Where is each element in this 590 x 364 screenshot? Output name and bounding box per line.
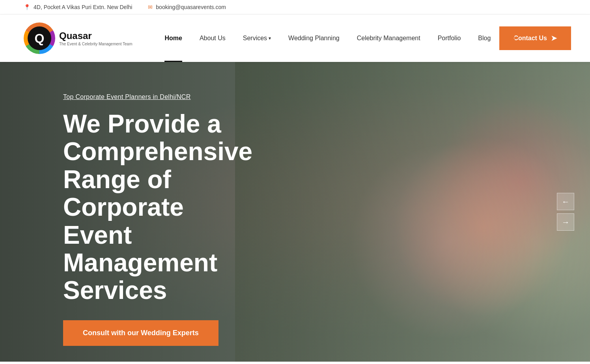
- tagline: The Event & Celebrity Management Team: [59, 41, 132, 47]
- nav-portfolio[interactable]: Portfolio: [429, 15, 470, 62]
- logo-circle: Q: [24, 22, 55, 54]
- main-nav: Home About Us Services ▾ Wedding Plannin…: [156, 15, 499, 62]
- hero-subtitle: Top Corporate Event Planners in Delhi/NC…: [63, 93, 252, 101]
- slider-next-button[interactable]: →: [557, 213, 574, 231]
- logo-letter: Q: [28, 26, 51, 50]
- location-icon: 📍: [24, 4, 30, 10]
- email-icon: ✉: [148, 4, 153, 10]
- arrow-right-icon: →: [562, 218, 569, 227]
- address-text: 4D, Pocket A Vikas Puri Extn. New Delhi: [34, 4, 132, 10]
- nav-home[interactable]: Home: [156, 15, 190, 62]
- nav-celebrity[interactable]: Celebrity Management: [348, 15, 429, 62]
- nav-about[interactable]: About Us: [191, 15, 234, 62]
- contact-arrow-icon: ➤: [551, 34, 557, 43]
- logo[interactable]: Q Quasar The Event & Celebrity Managemen…: [24, 22, 132, 54]
- topbar: 📍 4D, Pocket A Vikas Puri Extn. New Delh…: [0, 0, 590, 15]
- nav-blog[interactable]: Blog: [469, 15, 499, 62]
- hero-content: Top Corporate Event Planners in Delhi/NC…: [0, 62, 316, 362]
- nav-wedding[interactable]: Wedding Planning: [280, 15, 348, 62]
- logo-text: Quasar The Event & Celebrity Management …: [59, 30, 132, 47]
- services-chevron: ▾: [269, 35, 271, 41]
- email-text: booking@quasarevents.com: [156, 4, 226, 10]
- slider-controls: ← →: [557, 193, 574, 231]
- nav-services[interactable]: Services ▾: [234, 15, 280, 62]
- email-item: ✉ booking@quasarevents.com: [148, 4, 226, 10]
- brand-name: Quasar: [59, 30, 132, 41]
- hero-section: Top Corporate Event Planners in Delhi/NC…: [0, 62, 590, 362]
- hero-title: We Provide a Comprehensive Range of Corp…: [63, 110, 252, 304]
- header-circle-indicator: [509, 35, 515, 41]
- contact-btn-label: Contact Us: [513, 35, 547, 42]
- hero-cta-button[interactable]: Consult with our Wedding Experts: [63, 320, 218, 346]
- arrow-left-icon: ←: [562, 197, 569, 206]
- address-item: 📍 4D, Pocket A Vikas Puri Extn. New Delh…: [24, 4, 132, 10]
- header: Q Quasar The Event & Celebrity Managemen…: [0, 15, 590, 62]
- slider-prev-button[interactable]: ←: [557, 193, 574, 210]
